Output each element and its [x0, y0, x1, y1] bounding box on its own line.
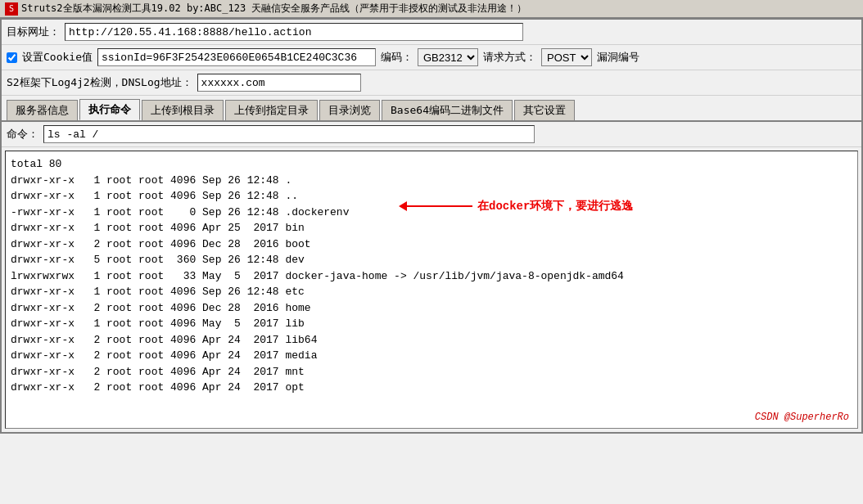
arrow	[399, 201, 472, 211]
encoding-select[interactable]: GB2312 UTF-8 GBK	[418, 48, 478, 66]
output-line-11: drwxr-xr-x 2 root root 4096 Apr 24 2017 …	[11, 332, 852, 349]
output-line-14: drwxr-xr-x 2 root root 4096 Apr 24 2017 …	[11, 380, 852, 396]
s2-label: S2框架下Log4j2检测，DNSLog地址：	[7, 75, 192, 90]
output-line-6: drwxr-xr-x 5 root root 360 Sep 26 12:48 …	[11, 252, 852, 268]
output-line-12: drwxr-xr-x 2 root root 4096 Apr 24 2017 …	[11, 348, 852, 364]
watermark: CSDN @SuperherRo	[755, 412, 849, 423]
output-line-0: total 80	[11, 156, 852, 173]
cookie-row: 设置Cookie值 编码： GB2312 UTF-8 GBK 请求方式： POS…	[2, 45, 861, 70]
tabs-row: 服务器信息 执行命令 上传到根目录 上传到指定目录 目录浏览 Base64编码二…	[2, 96, 861, 122]
target-url-input[interactable]	[65, 23, 523, 41]
tab-upload-root[interactable]: 上传到根目录	[142, 100, 224, 120]
tab-other-settings[interactable]: 其它设置	[514, 100, 575, 120]
method-label: 请求方式：	[483, 50, 536, 65]
arrow-shaft	[407, 205, 472, 207]
dns-row: S2框架下Log4j2检测，DNSLog地址：	[2, 70, 861, 96]
title-bar: S Struts2全版本漏洞检测工具19.02 by:ABC_123 天融信安全…	[0, 0, 863, 18]
output-line-9: drwxr-xr-x 2 root root 4096 Dec 28 2016 …	[11, 300, 852, 317]
output-line-4: drwxr-xr-x 1 root root 4096 Apr 25 2017 …	[11, 220, 852, 236]
tab-base64[interactable]: Base64编码二进制文件	[382, 100, 513, 120]
dns-input[interactable]	[197, 74, 361, 92]
cookie-label: 设置Cookie值	[22, 50, 93, 65]
output-area: total 80 drwxr-xr-x 1 root root 4096 Sep…	[5, 151, 858, 429]
output-line-10: drwxr-xr-x 1 root root 4096 May 5 2017 l…	[11, 316, 852, 332]
output-line-8: drwxr-xr-x 1 root root 4096 Sep 26 12:48…	[11, 284, 852, 300]
output-line-5: drwxr-xr-x 2 root root 4096 Dec 28 2016 …	[11, 236, 852, 253]
command-input[interactable]	[43, 125, 535, 143]
encoding-label: 编码：	[381, 50, 413, 65]
annotation: 在docker环境下，要进行逃逸	[399, 199, 633, 214]
target-label: 目标网址：	[7, 25, 60, 39]
tab-server-info[interactable]: 服务器信息	[7, 100, 78, 120]
tab-upload-dir[interactable]: 上传到指定目录	[225, 100, 318, 120]
target-url-row: 目标网址：	[2, 20, 861, 45]
tab-execute-command[interactable]: 执行命令	[79, 99, 140, 120]
tab-browse-dir[interactable]: 目录浏览	[319, 100, 380, 120]
method-select[interactable]: POST GET	[541, 48, 592, 66]
title-text: Struts2全版本漏洞检测工具19.02 by:ABC_123 天融信安全服务…	[21, 2, 526, 16]
output-line-13: drwxr-xr-x 2 root root 4096 Apr 24 2017 …	[11, 364, 852, 380]
app-icon: S	[5, 2, 18, 16]
main-window: 目标网址： 设置Cookie值 编码： GB2312 UTF-8 GBK 请求方…	[0, 18, 863, 434]
command-label: 命令：	[7, 127, 38, 142]
command-row: 命令：	[2, 122, 861, 147]
cookie-value-input[interactable]	[97, 48, 376, 66]
arrow-head	[399, 201, 407, 211]
vuln-label: 漏洞编号	[597, 50, 639, 65]
output-line-1: drwxr-xr-x 1 root root 4096 Sep 26 12:48…	[11, 173, 852, 189]
annotation-text: 在docker环境下，要进行逃逸	[477, 199, 633, 214]
cookie-checkbox[interactable]	[7, 52, 17, 63]
output-line-7: lrwxrwxrwx 1 root root 33 May 5 2017 doc…	[11, 268, 852, 285]
